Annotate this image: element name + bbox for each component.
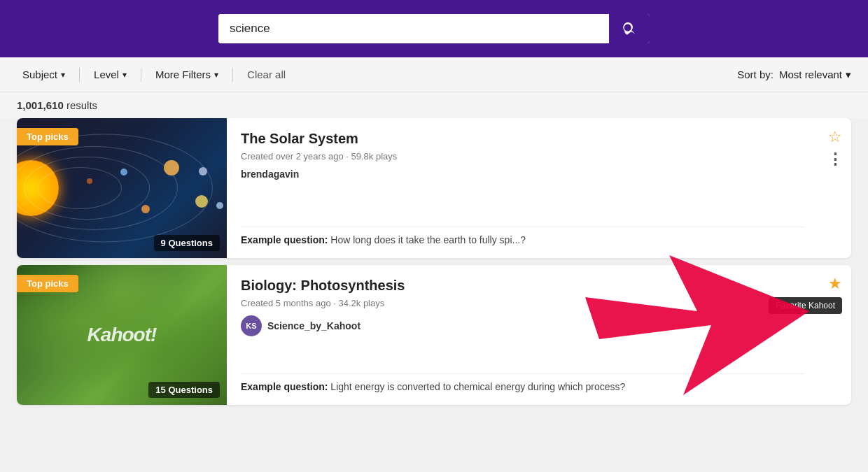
sort-chevron-icon: ▾ bbox=[846, 69, 851, 81]
sort-section: Sort by: Most relevant ▾ bbox=[737, 69, 851, 81]
more-options-button-1[interactable]: ⋮ bbox=[827, 152, 843, 167]
level-filter-button[interactable]: Level ▾ bbox=[88, 66, 132, 83]
more-filters-label: More Filters bbox=[155, 69, 211, 80]
subject-label: Subject bbox=[22, 69, 57, 80]
subject-filter-button[interactable]: Subject ▾ bbox=[17, 66, 71, 83]
favorite-tooltip: Favorite Kahoot bbox=[769, 297, 842, 314]
card-wrapper-2: Kahoot! Top picks 15 Questions Biology: … bbox=[17, 265, 851, 412]
sort-by-label: Sort by: bbox=[737, 69, 774, 80]
card-title-2: Biology: Photosynthesis bbox=[241, 278, 805, 294]
level-label: Level bbox=[94, 69, 119, 80]
results-count: 1,001,610 results bbox=[0, 92, 868, 118]
card-actions-2: ★ Favorite Kahoot ⋮ bbox=[819, 265, 851, 405]
header bbox=[0, 0, 868, 57]
sort-value-label: Most relevant bbox=[779, 69, 842, 80]
card-content-2: Biology: Photosynthesis Created 5 months… bbox=[227, 265, 819, 405]
example-text-2: Light energy is converted to chemical en… bbox=[330, 381, 625, 392]
card-actions-1: ☆ ⋮ bbox=[819, 118, 851, 258]
results-list: Top picks 9 Questions The Solar System C… bbox=[0, 118, 868, 412]
favorite-button-2[interactable]: ★ bbox=[828, 276, 842, 292]
top-picks-badge-1: Top picks bbox=[17, 128, 78, 145]
card-title-1: The Solar System bbox=[241, 131, 805, 147]
search-button[interactable] bbox=[609, 14, 650, 43]
search-icon bbox=[622, 21, 637, 36]
card-author-1: brendagavin bbox=[241, 169, 805, 180]
card-question-2: Example question: Light energy is conver… bbox=[241, 373, 805, 392]
sort-button[interactable]: Most relevant ▾ bbox=[779, 69, 851, 81]
subject-chevron-icon: ▾ bbox=[61, 70, 65, 80]
top-picks-badge-2: Top picks bbox=[17, 275, 78, 292]
questions-badge-2: 15 Questions bbox=[148, 382, 220, 398]
level-chevron-icon: ▾ bbox=[122, 70, 127, 80]
search-bar bbox=[217, 13, 651, 45]
filter-separator-2 bbox=[141, 68, 141, 82]
search-input[interactable] bbox=[218, 14, 609, 43]
card-thumbnail-1: Top picks 9 Questions bbox=[17, 118, 227, 258]
favorite-button-1[interactable]: ☆ bbox=[828, 129, 842, 145]
filter-bar: Subject ▾ Level ▾ More Filters ▾ Clear a… bbox=[0, 57, 868, 92]
card-content-1: The Solar System Created over 2 years ag… bbox=[227, 118, 819, 258]
card-thumbnail-2: Kahoot! Top picks 15 Questions bbox=[17, 265, 227, 405]
avatar: KS bbox=[241, 315, 262, 336]
results-number: 1,001,610 bbox=[17, 99, 64, 111]
table-row: Kahoot! Top picks 15 Questions Biology: … bbox=[17, 265, 851, 405]
results-label: results bbox=[66, 99, 97, 111]
questions-badge-1: 9 Questions bbox=[154, 235, 220, 251]
table-row: Top picks 9 Questions The Solar System C… bbox=[17, 118, 851, 258]
filter-separator-3 bbox=[232, 68, 233, 82]
more-filters-chevron-icon: ▾ bbox=[214, 70, 218, 80]
more-filters-button[interactable]: More Filters ▾ bbox=[150, 66, 224, 83]
card-author-2: KS Science_by_Kahoot bbox=[241, 315, 805, 336]
kahoot-watermark: Kahoot! bbox=[88, 324, 157, 346]
example-text-1: How long does it take the earth to fully… bbox=[330, 234, 526, 245]
card-meta-2: Created 5 months ago · 34.2k plays bbox=[241, 298, 805, 308]
card-question-1: Example question: How long does it take … bbox=[241, 227, 805, 245]
favorite-tooltip-wrapper: ★ Favorite Kahoot bbox=[828, 276, 842, 292]
author-name-2: Science_by_Kahoot bbox=[267, 320, 360, 331]
clear-all-button[interactable]: Clear all bbox=[241, 66, 291, 83]
example-label-1: Example question: bbox=[241, 234, 328, 245]
example-label-2: Example question: bbox=[241, 381, 328, 392]
filter-separator-1 bbox=[79, 68, 80, 82]
card-meta-1: Created over 2 years ago · 59.8k plays bbox=[241, 151, 805, 162]
clear-all-label: Clear all bbox=[247, 69, 286, 80]
author-name-1: brendagavin bbox=[241, 169, 299, 180]
